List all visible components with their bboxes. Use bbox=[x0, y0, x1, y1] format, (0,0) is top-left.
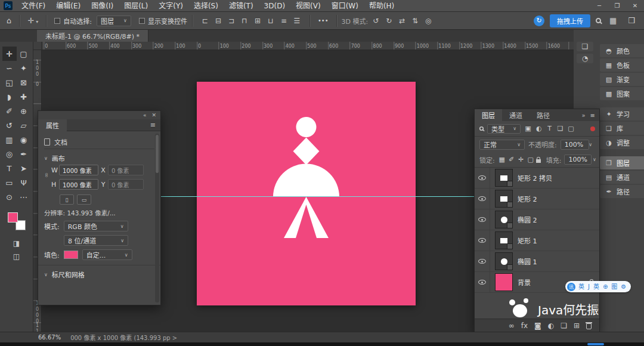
menu-item[interactable]: 编辑(E) bbox=[51, 0, 86, 12]
zoom-tool[interactable]: ⊙ bbox=[2, 190, 17, 204]
canvas-section-header[interactable]: ∨ 画布 bbox=[44, 152, 154, 165]
dock-item-channels[interactable]: ▤通道 bbox=[600, 171, 644, 184]
menu-item[interactable]: 文字(Y) bbox=[153, 0, 188, 12]
dock-item-paths[interactable]: ✒路径 bbox=[600, 185, 644, 198]
orientation-portrait-button[interactable]: ▯ bbox=[60, 194, 74, 205]
layer-visibility-toggle[interactable] bbox=[475, 272, 490, 292]
ime-item[interactable]: 英 bbox=[578, 284, 584, 290]
collapse-panel-icon[interactable]: « bbox=[143, 112, 147, 118]
show-transform-checkbox[interactable] bbox=[139, 18, 145, 24]
tab-properties[interactable]: 属性 bbox=[38, 119, 67, 131]
layer-thumbnail[interactable] bbox=[495, 211, 513, 228]
workspace-icon[interactable]: ▦ bbox=[609, 17, 617, 24]
dock-item-layers[interactable]: ❐图层 bbox=[600, 156, 644, 169]
rulers-grid-section-header[interactable]: ∨ 标尺和网格 bbox=[44, 268, 154, 281]
layer-effects-icon[interactable]: fx bbox=[521, 322, 528, 329]
lock-artboard-icon[interactable]: ▢ bbox=[527, 156, 535, 163]
move-tool-preset-icon[interactable]: ✛▾ bbox=[27, 17, 38, 24]
layers-panel-menu-icon[interactable]: ≡ bbox=[590, 112, 595, 119]
foreground-color-swatch[interactable] bbox=[8, 212, 18, 223]
new-group-icon[interactable]: ❏ bbox=[561, 322, 567, 329]
3d-slide-icon[interactable]: ⇅ bbox=[410, 17, 420, 24]
tab-panel[interactable]: 通道 bbox=[502, 109, 530, 121]
menu-item[interactable]: 图像(I) bbox=[86, 0, 119, 12]
layer-thumbnail[interactable] bbox=[495, 231, 513, 249]
filter-shape-layers-icon[interactable]: ❏ bbox=[556, 125, 565, 132]
crop-tool[interactable]: ◱ bbox=[2, 75, 17, 89]
search-icon[interactable] bbox=[596, 18, 601, 23]
ime-item[interactable]: ⚙ bbox=[621, 284, 626, 290]
properties-scrollbar[interactable] bbox=[155, 134, 159, 302]
new-layer-icon[interactable]: ⊞ bbox=[574, 322, 580, 329]
document-tab[interactable]: 未标题-1 @ 66.7%(RGB/8#) * bbox=[37, 30, 148, 42]
link-dimensions-icon[interactable]: ∞ bbox=[44, 172, 50, 177]
menu-item[interactable]: 图层(L) bbox=[119, 0, 153, 12]
filter-type-layers-icon[interactable]: T bbox=[545, 125, 554, 132]
link-layers-icon[interactable]: ∞ bbox=[509, 322, 515, 329]
filter-smart-objects-icon[interactable]: ▢ bbox=[566, 125, 575, 132]
filter-type-dropdown[interactable]: 类型∨ bbox=[487, 124, 521, 134]
eraser-tool[interactable]: ▱ bbox=[17, 118, 31, 132]
menu-item[interactable]: 选择(S) bbox=[188, 0, 224, 12]
horizontal-ruler[interactable]: 0600500400300200100010020030040050060070… bbox=[42, 42, 574, 50]
delete-layer-icon[interactable] bbox=[586, 323, 592, 329]
type-tool[interactable]: T bbox=[2, 161, 17, 175]
menu-item[interactable]: 窗口(W) bbox=[326, 0, 364, 12]
3d-roll-icon[interactable]: ↻ bbox=[383, 17, 394, 24]
eyedropper-tool[interactable]: ◗ bbox=[2, 89, 17, 104]
opacity-dropdown[interactable]: 100%∨ bbox=[561, 140, 589, 150]
path-selection-tool[interactable]: ➤ bbox=[17, 161, 31, 175]
blur-tool[interactable]: ◉ bbox=[17, 132, 31, 147]
ruler-origin-corner[interactable] bbox=[33, 42, 42, 50]
collapsed-panel-icon-2[interactable]: ◔ bbox=[577, 54, 593, 63]
layer-row[interactable]: 矩形 2 bbox=[475, 189, 599, 209]
cloud-sync-icon[interactable]: ↻ bbox=[534, 16, 544, 26]
ime-item[interactable]: J bbox=[588, 284, 590, 290]
close-button[interactable]: ✕ bbox=[626, 0, 644, 12]
width-field[interactable]: 1000 像素 bbox=[59, 165, 98, 175]
auto-select-target-dropdown[interactable]: 图层∨ bbox=[97, 16, 131, 26]
home-icon[interactable]: ⌂ bbox=[7, 17, 11, 24]
dock-item-libraries[interactable]: ❏库 bbox=[600, 122, 644, 135]
lock-all-icon[interactable] bbox=[536, 159, 541, 163]
layer-thumbnail[interactable] bbox=[495, 190, 513, 208]
layer-visibility-toggle[interactable] bbox=[475, 251, 490, 271]
layer-thumbnail[interactable] bbox=[495, 273, 513, 291]
new-adjustment-layer-icon[interactable]: ◐ bbox=[548, 322, 554, 329]
dock-item-color[interactable]: ◓颜色 bbox=[600, 44, 644, 57]
dock-item-gradients[interactable]: ▧渐变 bbox=[600, 73, 644, 86]
minimize-button[interactable]: ─ bbox=[590, 0, 608, 12]
collapsed-panel-icon-1[interactable]: ❏ bbox=[577, 42, 593, 51]
tab-panel[interactable]: 路径 bbox=[530, 109, 557, 121]
distribute-h-icon[interactable]: ≡ bbox=[278, 17, 289, 24]
ime-item[interactable]: ⊕ bbox=[603, 284, 608, 290]
lock-pixels-icon[interactable]: ✐ bbox=[507, 156, 516, 163]
horizontal-scrollbar-thumb[interactable] bbox=[587, 343, 604, 345]
more-align-options-icon[interactable]: ••• bbox=[318, 18, 329, 24]
menu-item[interactable]: 视图(V) bbox=[290, 0, 326, 12]
align-right-icon[interactable]: ⊐ bbox=[226, 17, 237, 24]
layer-visibility-toggle[interactable] bbox=[475, 189, 490, 209]
healing-brush-tool[interactable]: ✚ bbox=[17, 89, 31, 104]
ime-toolbar[interactable]: 讯 英J英⊕图⚙ bbox=[565, 281, 631, 292]
layer-thumbnail[interactable] bbox=[495, 252, 513, 270]
3d-pan-icon[interactable]: ⇄ bbox=[397, 17, 407, 24]
dock-item-patterns[interactable]: ▩图案 bbox=[600, 87, 644, 100]
more-tools[interactable]: ⋯ bbox=[17, 190, 31, 204]
gradient-tool[interactable]: ▥ bbox=[2, 132, 17, 147]
zoom-level[interactable]: 66.67% bbox=[38, 334, 61, 341]
canvas-fill-dropdown[interactable]: 自定...∨ bbox=[82, 249, 132, 260]
rectangular-marquee-tool[interactable]: ▢ bbox=[17, 47, 31, 61]
align-center-h-icon[interactable]: ⊟ bbox=[213, 17, 224, 24]
tab-layers-active[interactable]: 图层 bbox=[475, 109, 502, 121]
hand-tool[interactable]: Ψ bbox=[17, 175, 31, 190]
dodge-tool[interactable]: ◎ bbox=[2, 147, 17, 161]
align-middle-icon[interactable]: ⊞ bbox=[252, 17, 263, 24]
orientation-landscape-button[interactable]: ▭ bbox=[77, 194, 91, 205]
filter-pixel-layers-icon[interactable]: ▣ bbox=[524, 125, 532, 132]
canvas-fill-swatch[interactable] bbox=[64, 251, 78, 259]
upload-button[interactable]: 拖拽上传 bbox=[550, 14, 590, 27]
blend-mode-dropdown[interactable]: 正常∨ bbox=[479, 140, 525, 150]
3d-orbit-icon[interactable]: ↺ bbox=[370, 17, 381, 24]
filter-adjustment-layers-icon[interactable]: ◐ bbox=[534, 125, 543, 132]
